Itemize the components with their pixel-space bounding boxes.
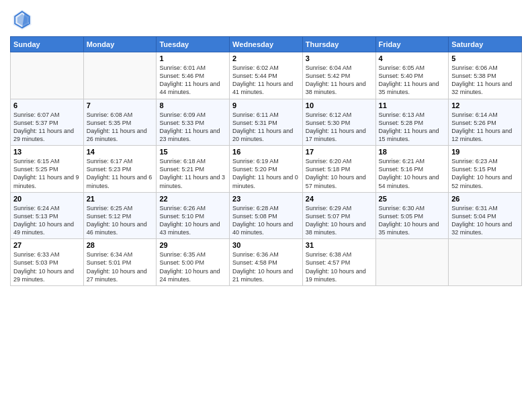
col-tuesday: Tuesday [157, 37, 230, 52]
table-cell: 18Sunrise: 6:21 AMSunset: 5:16 PMDayligh… [375, 146, 449, 193]
day-info: Sunrise: 6:34 AMSunset: 5:01 PMDaylight:… [87, 250, 154, 283]
day-info: Sunrise: 6:23 AMSunset: 5:15 PMDaylight:… [451, 157, 519, 190]
day-number: 23 [232, 195, 300, 203]
day-info: Sunrise: 6:12 AMSunset: 5:30 PMDaylight:… [306, 111, 373, 144]
calendar-week-row: 27Sunrise: 6:33 AMSunset: 5:03 PMDayligh… [11, 239, 522, 286]
table-cell: 28Sunrise: 6:34 AMSunset: 5:01 PMDayligh… [83, 239, 157, 286]
table-cell: 2Sunrise: 6:02 AMSunset: 5:44 PMDaylight… [230, 52, 303, 99]
day-info: Sunrise: 6:19 AMSunset: 5:20 PMDaylight:… [232, 157, 300, 190]
day-number: 7 [87, 101, 154, 109]
day-number: 20 [13, 195, 81, 203]
col-friday: Friday [375, 37, 449, 52]
day-number: 29 [159, 241, 226, 249]
day-number: 6 [13, 101, 81, 109]
day-number: 4 [379, 54, 446, 62]
day-info: Sunrise: 6:06 AMSunset: 5:38 PMDaylight:… [451, 64, 519, 97]
table-cell: 15Sunrise: 6:18 AMSunset: 5:21 PMDayligh… [157, 146, 230, 193]
table-cell: 13Sunrise: 6:15 AMSunset: 5:25 PMDayligh… [11, 146, 84, 193]
table-cell: 16Sunrise: 6:19 AMSunset: 5:20 PMDayligh… [230, 146, 303, 193]
calendar-week-row: 13Sunrise: 6:15 AMSunset: 5:25 PMDayligh… [11, 146, 522, 193]
day-info: Sunrise: 6:04 AMSunset: 5:42 PMDaylight:… [306, 64, 373, 97]
day-info: Sunrise: 6:35 AMSunset: 5:00 PMDaylight:… [159, 250, 226, 283]
day-number: 19 [451, 148, 519, 156]
col-wednesday: Wednesday [230, 37, 303, 52]
day-number: 28 [87, 241, 154, 249]
day-number: 17 [306, 148, 373, 156]
table-cell: 4Sunrise: 6:05 AMSunset: 5:40 PMDaylight… [375, 52, 449, 99]
day-number: 31 [306, 241, 373, 249]
table-cell: 6Sunrise: 6:07 AMSunset: 5:37 PMDaylight… [11, 99, 84, 146]
day-number: 9 [232, 101, 300, 109]
table-cell: 10Sunrise: 6:12 AMSunset: 5:30 PMDayligh… [302, 99, 375, 146]
calendar-week-row: 6Sunrise: 6:07 AMSunset: 5:37 PMDaylight… [11, 99, 522, 146]
day-info: Sunrise: 6:02 AMSunset: 5:44 PMDaylight:… [232, 64, 300, 97]
table-cell: 17Sunrise: 6:20 AMSunset: 5:18 PMDayligh… [302, 146, 375, 193]
day-number: 18 [379, 148, 446, 156]
day-info: Sunrise: 6:14 AMSunset: 5:26 PMDaylight:… [451, 111, 519, 144]
day-number: 21 [87, 195, 154, 203]
day-number: 15 [159, 148, 226, 156]
table-cell: 1Sunrise: 6:01 AMSunset: 5:46 PMDaylight… [157, 52, 230, 99]
day-info: Sunrise: 6:11 AMSunset: 5:31 PMDaylight:… [232, 111, 300, 144]
table-cell: 26Sunrise: 6:31 AMSunset: 5:04 PMDayligh… [449, 192, 522, 239]
day-info: Sunrise: 6:01 AMSunset: 5:46 PMDaylight:… [159, 64, 226, 97]
table-cell: 29Sunrise: 6:35 AMSunset: 5:00 PMDayligh… [157, 239, 230, 286]
table-cell: 23Sunrise: 6:28 AMSunset: 5:08 PMDayligh… [230, 192, 303, 239]
day-number: 13 [13, 148, 81, 156]
table-cell [11, 52, 84, 99]
col-monday: Monday [83, 37, 157, 52]
day-info: Sunrise: 6:38 AMSunset: 4:57 PMDaylight:… [306, 250, 373, 283]
day-info: Sunrise: 6:08 AMSunset: 5:35 PMDaylight:… [87, 111, 154, 144]
header [10, 7, 522, 31]
day-info: Sunrise: 6:26 AMSunset: 5:10 PMDaylight:… [159, 204, 226, 237]
day-number: 24 [306, 195, 373, 203]
day-info: Sunrise: 6:21 AMSunset: 5:16 PMDaylight:… [379, 157, 446, 190]
day-number: 27 [13, 241, 81, 249]
calendar-week-row: 1Sunrise: 6:01 AMSunset: 5:46 PMDaylight… [11, 52, 522, 99]
day-info: Sunrise: 6:30 AMSunset: 5:05 PMDaylight:… [379, 204, 446, 237]
day-info: Sunrise: 6:31 AMSunset: 5:04 PMDaylight:… [451, 204, 519, 237]
day-info: Sunrise: 6:17 AMSunset: 5:23 PMDaylight:… [87, 157, 154, 190]
calendar-header-row: Sunday Monday Tuesday Wednesday Thursday… [11, 37, 522, 52]
table-cell: 12Sunrise: 6:14 AMSunset: 5:26 PMDayligh… [449, 99, 522, 146]
table-cell [449, 239, 522, 286]
logo [10, 7, 37, 31]
day-number: 16 [232, 148, 300, 156]
table-cell: 3Sunrise: 6:04 AMSunset: 5:42 PMDaylight… [302, 52, 375, 99]
day-number: 12 [451, 101, 519, 109]
day-number: 2 [232, 54, 300, 62]
table-cell: 30Sunrise: 6:36 AMSunset: 4:58 PMDayligh… [230, 239, 303, 286]
day-number: 14 [87, 148, 154, 156]
calendar-table: Sunday Monday Tuesday Wednesday Thursday… [10, 36, 522, 286]
day-number: 22 [159, 195, 226, 203]
table-cell: 31Sunrise: 6:38 AMSunset: 4:57 PMDayligh… [302, 239, 375, 286]
table-cell [83, 52, 157, 99]
table-cell: 8Sunrise: 6:09 AMSunset: 5:33 PMDaylight… [157, 99, 230, 146]
day-info: Sunrise: 6:20 AMSunset: 5:18 PMDaylight:… [306, 157, 373, 190]
day-number: 1 [159, 54, 226, 62]
table-cell: 25Sunrise: 6:30 AMSunset: 5:05 PMDayligh… [375, 192, 449, 239]
day-number: 11 [379, 101, 446, 109]
day-number: 25 [379, 195, 446, 203]
col-thursday: Thursday [302, 37, 375, 52]
day-info: Sunrise: 6:29 AMSunset: 5:07 PMDaylight:… [306, 204, 373, 237]
logo-icon [10, 7, 34, 31]
table-cell: 11Sunrise: 6:13 AMSunset: 5:28 PMDayligh… [375, 99, 449, 146]
table-cell: 24Sunrise: 6:29 AMSunset: 5:07 PMDayligh… [302, 192, 375, 239]
table-cell: 14Sunrise: 6:17 AMSunset: 5:23 PMDayligh… [83, 146, 157, 193]
day-number: 30 [232, 241, 300, 249]
calendar-week-row: 20Sunrise: 6:24 AMSunset: 5:13 PMDayligh… [11, 192, 522, 239]
day-info: Sunrise: 6:36 AMSunset: 4:58 PMDaylight:… [232, 250, 300, 283]
day-info: Sunrise: 6:13 AMSunset: 5:28 PMDaylight:… [379, 111, 446, 144]
page: Sunday Monday Tuesday Wednesday Thursday… [0, 0, 532, 411]
col-sunday: Sunday [11, 37, 84, 52]
table-cell: 22Sunrise: 6:26 AMSunset: 5:10 PMDayligh… [157, 192, 230, 239]
day-info: Sunrise: 6:15 AMSunset: 5:25 PMDaylight:… [13, 157, 81, 190]
table-cell: 19Sunrise: 6:23 AMSunset: 5:15 PMDayligh… [449, 146, 522, 193]
day-info: Sunrise: 6:05 AMSunset: 5:40 PMDaylight:… [379, 64, 446, 97]
col-saturday: Saturday [449, 37, 522, 52]
day-number: 5 [451, 54, 519, 62]
table-cell: 5Sunrise: 6:06 AMSunset: 5:38 PMDaylight… [449, 52, 522, 99]
table-cell: 27Sunrise: 6:33 AMSunset: 5:03 PMDayligh… [11, 239, 84, 286]
day-info: Sunrise: 6:18 AMSunset: 5:21 PMDaylight:… [159, 157, 226, 190]
